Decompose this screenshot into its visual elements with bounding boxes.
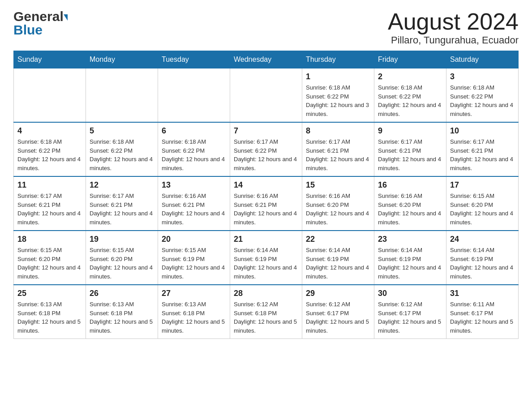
day-info: Sunrise: 6:15 AM Sunset: 6:19 PM Dayligh… [162, 246, 226, 281]
header-tuesday: Tuesday [158, 51, 230, 68]
day-info: Sunrise: 6:13 AM Sunset: 6:18 PM Dayligh… [90, 300, 154, 335]
logo-blue: Blue [13, 22, 43, 37]
day-info: Sunrise: 6:17 AM Sunset: 6:21 PM Dayligh… [378, 137, 442, 172]
day-info: Sunrise: 6:14 AM Sunset: 6:19 PM Dayligh… [234, 246, 298, 281]
header-friday: Friday [374, 51, 446, 68]
day-info: Sunrise: 6:13 AM Sunset: 6:18 PM Dayligh… [162, 300, 226, 335]
week-row-5: 25Sunrise: 6:13 AM Sunset: 6:18 PM Dayli… [14, 285, 519, 339]
calendar-cell: 16Sunrise: 6:16 AM Sunset: 6:20 PM Dayli… [374, 176, 446, 231]
calendar-cell: 5Sunrise: 6:18 AM Sunset: 6:22 PM Daylig… [86, 122, 158, 176]
day-number: 24 [450, 235, 515, 244]
day-number: 7 [234, 126, 298, 136]
day-number: 26 [90, 289, 154, 298]
calendar-cell: 13Sunrise: 6:16 AM Sunset: 6:21 PM Dayli… [158, 176, 230, 231]
calendar-cell: 27Sunrise: 6:13 AM Sunset: 6:18 PM Dayli… [158, 285, 230, 339]
day-number: 23 [378, 235, 442, 244]
header-sunday: Sunday [14, 51, 86, 68]
day-number: 14 [234, 180, 298, 190]
day-info: Sunrise: 6:18 AM Sunset: 6:22 PM Dayligh… [90, 137, 154, 172]
calendar-cell: 22Sunrise: 6:14 AM Sunset: 6:19 PM Dayli… [302, 231, 374, 285]
header-monday: Monday [86, 51, 158, 68]
calendar-cell: 31Sunrise: 6:11 AM Sunset: 6:17 PM Dayli… [446, 285, 519, 339]
calendar-cell: 28Sunrise: 6:12 AM Sunset: 6:18 PM Dayli… [230, 285, 302, 339]
calendar-cell: 19Sunrise: 6:15 AM Sunset: 6:20 PM Dayli… [86, 231, 158, 285]
calendar-cell: 6Sunrise: 6:18 AM Sunset: 6:22 PM Daylig… [158, 122, 230, 176]
day-number: 4 [17, 126, 82, 136]
day-info: Sunrise: 6:17 AM Sunset: 6:22 PM Dayligh… [234, 137, 298, 172]
day-number: 11 [17, 180, 82, 190]
day-info: Sunrise: 6:14 AM Sunset: 6:19 PM Dayligh… [378, 246, 442, 281]
calendar-cell: 30Sunrise: 6:12 AM Sunset: 6:17 PM Dayli… [374, 285, 446, 339]
week-row-1: 1Sunrise: 6:18 AM Sunset: 6:22 PM Daylig… [14, 68, 519, 123]
day-info: Sunrise: 6:15 AM Sunset: 6:20 PM Dayligh… [90, 246, 154, 281]
day-number: 1 [306, 72, 370, 81]
calendar-cell: 3Sunrise: 6:18 AM Sunset: 6:22 PM Daylig… [446, 68, 519, 123]
calendar-cell: 26Sunrise: 6:13 AM Sunset: 6:18 PM Dayli… [86, 285, 158, 339]
calendar-cell: 4Sunrise: 6:18 AM Sunset: 6:22 PM Daylig… [14, 122, 86, 176]
day-number: 15 [306, 180, 370, 190]
day-info: Sunrise: 6:11 AM Sunset: 6:17 PM Dayligh… [450, 300, 515, 335]
calendar-table: SundayMondayTuesdayWednesdayThursdayFrid… [13, 51, 519, 339]
day-info: Sunrise: 6:18 AM Sunset: 6:22 PM Dayligh… [450, 83, 515, 118]
day-number: 25 [17, 289, 82, 298]
calendar-cell: 23Sunrise: 6:14 AM Sunset: 6:19 PM Dayli… [374, 231, 446, 285]
day-info: Sunrise: 6:18 AM Sunset: 6:22 PM Dayligh… [162, 137, 226, 172]
page-header: General Blue August 2024 Pillaro, Tungur… [13, 9, 519, 46]
day-number: 31 [450, 289, 515, 298]
header-wednesday: Wednesday [230, 51, 302, 68]
day-number: 16 [378, 180, 442, 190]
calendar-cell: 12Sunrise: 6:17 AM Sunset: 6:21 PM Dayli… [86, 176, 158, 231]
logo-general: General [13, 9, 64, 24]
day-number: 10 [450, 126, 515, 136]
calendar-cell: 9Sunrise: 6:17 AM Sunset: 6:21 PM Daylig… [374, 122, 446, 176]
day-info: Sunrise: 6:18 AM Sunset: 6:22 PM Dayligh… [306, 83, 370, 118]
day-info: Sunrise: 6:18 AM Sunset: 6:22 PM Dayligh… [378, 83, 442, 118]
day-number: 18 [17, 235, 82, 244]
day-info: Sunrise: 6:17 AM Sunset: 6:21 PM Dayligh… [90, 192, 154, 227]
calendar-header-row: SundayMondayTuesdayWednesdayThursdayFrid… [14, 51, 519, 68]
day-number: 29 [306, 289, 370, 298]
header-saturday: Saturday [446, 51, 519, 68]
calendar-cell: 7Sunrise: 6:17 AM Sunset: 6:22 PM Daylig… [230, 122, 302, 176]
calendar-cell: 8Sunrise: 6:17 AM Sunset: 6:21 PM Daylig… [302, 122, 374, 176]
day-info: Sunrise: 6:12 AM Sunset: 6:17 PM Dayligh… [378, 300, 442, 335]
week-row-3: 11Sunrise: 6:17 AM Sunset: 6:21 PM Dayli… [14, 176, 519, 231]
week-row-2: 4Sunrise: 6:18 AM Sunset: 6:22 PM Daylig… [14, 122, 519, 176]
calendar-cell: 25Sunrise: 6:13 AM Sunset: 6:18 PM Dayli… [14, 285, 86, 339]
calendar-cell [158, 68, 230, 123]
calendar-cell: 18Sunrise: 6:15 AM Sunset: 6:20 PM Dayli… [14, 231, 86, 285]
day-info: Sunrise: 6:13 AM Sunset: 6:18 PM Dayligh… [17, 300, 82, 335]
location-title: Pillaro, Tungurahua, Ecuador [388, 34, 519, 46]
day-info: Sunrise: 6:16 AM Sunset: 6:21 PM Dayligh… [234, 192, 298, 227]
calendar-cell: 14Sunrise: 6:16 AM Sunset: 6:21 PM Dayli… [230, 176, 302, 231]
day-number: 6 [162, 126, 226, 136]
calendar-cell [86, 68, 158, 123]
day-number: 30 [378, 289, 442, 298]
day-info: Sunrise: 6:18 AM Sunset: 6:22 PM Dayligh… [17, 137, 82, 172]
day-number: 28 [234, 289, 298, 298]
day-number: 13 [162, 180, 226, 190]
day-number: 3 [450, 72, 515, 81]
day-number: 20 [162, 235, 226, 244]
calendar-cell: 1Sunrise: 6:18 AM Sunset: 6:22 PM Daylig… [302, 68, 374, 123]
day-number: 21 [234, 235, 298, 244]
day-info: Sunrise: 6:16 AM Sunset: 6:20 PM Dayligh… [378, 192, 442, 227]
day-number: 8 [306, 126, 370, 136]
day-info: Sunrise: 6:14 AM Sunset: 6:19 PM Dayligh… [306, 246, 370, 281]
calendar-cell [14, 68, 86, 123]
day-info: Sunrise: 6:12 AM Sunset: 6:18 PM Dayligh… [234, 300, 298, 335]
month-title: August 2024 [388, 9, 519, 34]
calendar-cell: 17Sunrise: 6:15 AM Sunset: 6:20 PM Dayli… [446, 176, 519, 231]
day-info: Sunrise: 6:15 AM Sunset: 6:20 PM Dayligh… [450, 192, 515, 227]
day-info: Sunrise: 6:17 AM Sunset: 6:21 PM Dayligh… [450, 137, 515, 172]
day-number: 5 [90, 126, 154, 136]
day-number: 22 [306, 235, 370, 244]
day-number: 12 [90, 180, 154, 190]
logo: General Blue [13, 9, 68, 38]
day-info: Sunrise: 6:12 AM Sunset: 6:17 PM Dayligh… [306, 300, 370, 335]
day-number: 17 [450, 180, 515, 190]
day-info: Sunrise: 6:16 AM Sunset: 6:21 PM Dayligh… [162, 192, 226, 227]
header-thursday: Thursday [302, 51, 374, 68]
day-info: Sunrise: 6:16 AM Sunset: 6:20 PM Dayligh… [306, 192, 370, 227]
calendar-cell: 21Sunrise: 6:14 AM Sunset: 6:19 PM Dayli… [230, 231, 302, 285]
